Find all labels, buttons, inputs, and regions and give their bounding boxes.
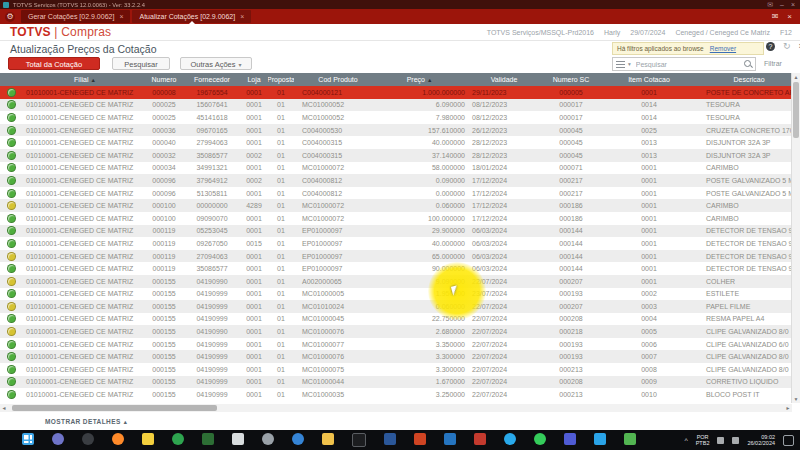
- taskbar-clock[interactable]: 09:0226/02/2024: [747, 434, 775, 446]
- table-row[interactable]: 01010001-CENEGED CE MATRIZ00015504190999…: [0, 376, 792, 389]
- table-row[interactable]: 01010001-CENEGED CE MATRIZ00015504190999…: [0, 338, 792, 351]
- close-window-icon[interactable]: ×: [791, 0, 795, 9]
- table-row[interactable]: 01010001-CENEGED CE MATRIZ00011935086577…: [0, 262, 792, 275]
- table-row[interactable]: 01010001-CENEGED CE MATRIZ00002545141618…: [0, 111, 792, 124]
- scroll-left-icon[interactable]: ◄: [0, 404, 8, 412]
- close-tab-icon[interactable]: ×: [240, 10, 244, 23]
- task-view-icon[interactable]: [82, 433, 94, 445]
- table-row[interactable]: 01010001-CENEGED CE MATRIZ00011927094063…: [0, 250, 792, 263]
- table-row[interactable]: 01010001-CENEGED CE MATRIZ00004027994063…: [0, 136, 792, 149]
- settings-gear-icon[interactable]: [262, 433, 274, 445]
- search-input[interactable]: [634, 58, 744, 70]
- table-row[interactable]: 01010001-CENEGED CE MATRIZ00010009090070…: [0, 212, 792, 225]
- table-row[interactable]: 01010001-CENEGED CE MATRIZ00003235086577…: [0, 149, 792, 162]
- green-status-icon: [7, 377, 16, 386]
- outlook-icon[interactable]: [444, 433, 456, 445]
- tray-chevron-icon[interactable]: ^: [684, 437, 687, 444]
- vertical-scrollbar[interactable]: ▲ ▼: [791, 73, 800, 403]
- remove-filters-link[interactable]: Remover: [710, 45, 736, 52]
- table-row[interactable]: 01010001-CENEGED CE MATRIZ00015504190999…: [0, 363, 792, 376]
- column-header[interactable]: Numero SC: [536, 73, 606, 86]
- notification-icon[interactable]: [783, 435, 794, 446]
- horizontal-scroll-thumb[interactable]: [12, 405, 217, 411]
- column-header[interactable]: Descricao: [692, 73, 792, 86]
- scroll-right-icon[interactable]: ►: [784, 404, 792, 412]
- table-row[interactable]: 01010001-CENEGED CE MATRIZ00015504190999…: [0, 288, 792, 301]
- mostrar-detalhes-toggle[interactable]: MOSTRAR DETALHES▴: [45, 418, 127, 425]
- telegram-icon[interactable]: [504, 433, 516, 445]
- language-indicator[interactable]: PORPTB2: [696, 434, 710, 446]
- teams-icon[interactable]: [564, 433, 576, 445]
- close-session-icon[interactable]: ×: [787, 12, 792, 21]
- search-box[interactable]: ▾: [612, 57, 756, 71]
- column-header[interactable]: Preço▲: [374, 73, 468, 86]
- table-row[interactable]: 01010001-CENEGED CE MATRIZ00003609670165…: [0, 124, 792, 137]
- mail-icon[interactable]: ✉: [767, 0, 773, 9]
- table-row[interactable]: 01010001-CENEGED CE MATRIZ00015504190990…: [0, 275, 792, 288]
- scroll-down-icon[interactable]: ▼: [792, 395, 800, 403]
- table-row[interactable]: 01010001-CENEGED CE MATRIZ00009651305811…: [0, 187, 792, 200]
- word-icon[interactable]: [384, 433, 396, 445]
- chevron-down-icon[interactable]: ▾: [628, 61, 631, 67]
- minimize-icon[interactable]: –: [780, 0, 784, 9]
- table-row[interactable]: 01010001-CENEGED CE MATRIZ00015504190999…: [0, 350, 792, 363]
- table-row[interactable]: 01010001-CENEGED CE MATRIZ00002515607641…: [0, 99, 792, 112]
- column-header[interactable]: Validade: [468, 73, 536, 86]
- total-cotacao-button[interactable]: Total da Cotação: [8, 57, 100, 70]
- cell: 0001: [606, 164, 692, 171]
- table-row[interactable]: 01010001-CENEGED CE MATRIZ00015504190999…: [0, 300, 792, 313]
- column-header[interactable]: Numero: [144, 73, 184, 86]
- copilot-icon[interactable]: [52, 433, 64, 445]
- horizontal-scrollbar[interactable]: ◄ ►: [0, 404, 792, 412]
- notepad-icon[interactable]: [232, 433, 244, 445]
- powerpoint-icon[interactable]: [414, 433, 426, 445]
- edge-browser-icon[interactable]: [292, 433, 304, 445]
- outras-acoes-button[interactable]: Outras Ações▾: [180, 57, 252, 70]
- photos-icon[interactable]: [624, 433, 636, 445]
- close-tab-icon[interactable]: ×: [119, 10, 123, 23]
- search-icon[interactable]: [744, 60, 752, 68]
- table-row[interactable]: 01010001-CENEGED CE MATRIZ00000819676554…: [0, 86, 792, 99]
- scroll-up-icon[interactable]: ▲: [792, 73, 800, 81]
- cell: 0001: [606, 215, 692, 222]
- windows-start-icon[interactable]: [22, 433, 34, 445]
- column-header[interactable]: Cod Produto: [294, 73, 374, 86]
- terminal-icon[interactable]: [352, 433, 366, 447]
- fkey-hint[interactable]: F12: [780, 29, 792, 36]
- tab-gerar-cotacoes[interactable]: Gerar Cotações [02.9.0062] ×: [21, 10, 130, 23]
- help-icon[interactable]: ?: [766, 42, 775, 51]
- table-row[interactable]: 01010001-CENEGED CE MATRIZ00015504190999…: [0, 388, 792, 401]
- column-header[interactable]: Filial▲: [22, 73, 144, 86]
- whatsapp-icon[interactable]: [534, 433, 546, 445]
- gear-icon[interactable]: ⚙: [5, 12, 15, 22]
- power-loop-icon[interactable]: [172, 433, 184, 445]
- vscode-icon[interactable]: [594, 433, 606, 445]
- filter-icon[interactable]: [616, 61, 625, 68]
- table-row[interactable]: 01010001-CENEGED CE MATRIZ00015504190990…: [0, 325, 792, 338]
- pdf-reader-icon[interactable]: [474, 433, 486, 445]
- mail-icon[interactable]: ✉: [772, 12, 779, 21]
- forticlient-icon[interactable]: [202, 433, 214, 445]
- refresh-icon[interactable]: ↻: [783, 42, 791, 51]
- column-header[interactable]: Proposta: [268, 73, 294, 86]
- firefox-icon[interactable]: [112, 433, 124, 445]
- table-row[interactable]: 01010001-CENEGED CE MATRIZ00011905253045…: [0, 225, 792, 238]
- table-row[interactable]: 01010001-CENEGED CE MATRIZ00015504190999…: [0, 313, 792, 326]
- table-row[interactable]: 01010001-CENEGED CE MATRIZ00010000000000…: [0, 199, 792, 212]
- cell: 0.060000: [374, 303, 468, 310]
- cell: 18/01/2024: [468, 164, 536, 171]
- column-header[interactable]: Loja: [240, 73, 268, 86]
- file-explorer-icon[interactable]: [322, 433, 334, 445]
- volume-icon[interactable]: [732, 437, 739, 444]
- table-row[interactable]: 01010001-CENEGED CE MATRIZ00003434991321…: [0, 162, 792, 175]
- column-header[interactable]: Fornecedor: [184, 73, 240, 86]
- table-row[interactable]: 01010001-CENEGED CE MATRIZ00009637964912…: [0, 174, 792, 187]
- filtrar-link[interactable]: Filtrar: [764, 60, 782, 67]
- tab-atualizar-cotacoes[interactable]: Atualizar Cotações [02.9.0062] ×: [132, 10, 251, 23]
- sticky-notes-icon[interactable]: [142, 433, 154, 445]
- column-header[interactable]: Item Cotacao: [606, 73, 692, 86]
- network-icon[interactable]: [717, 437, 724, 444]
- pesquisar-button[interactable]: Pesquisar: [112, 57, 170, 70]
- vertical-scroll-thumb[interactable]: [793, 82, 799, 138]
- table-row[interactable]: 01010001-CENEGED CE MATRIZ00011909267050…: [0, 237, 792, 250]
